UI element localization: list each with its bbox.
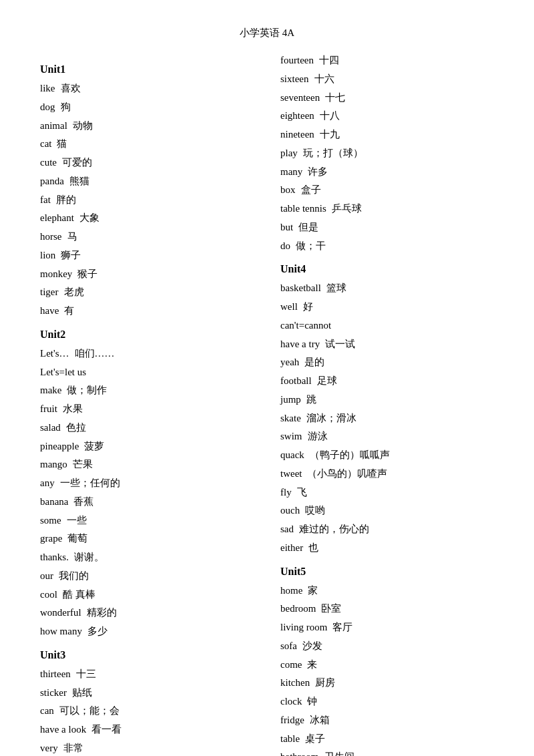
list-item: well好 [280, 298, 494, 317]
list-item: play玩；打（球） [280, 144, 494, 163]
list-item: either也 [280, 539, 494, 558]
list-item: like喜欢 [40, 79, 254, 98]
list-item: eighteen十八 [280, 107, 494, 126]
list-item: sofa沙发 [280, 637, 494, 656]
list-item: come来 [280, 656, 494, 675]
list-item: ouch哎哟 [280, 502, 494, 520]
list-item: horse马 [40, 228, 254, 246]
list-item: some一些 [40, 512, 254, 530]
list-item: can't=cannot [280, 317, 494, 335]
list-item: jump跳 [280, 391, 494, 409]
unit2-vocab: Let's…咱们…… Let's=let us make做；制作 fruit水果… [40, 345, 254, 641]
right-column: fourteen十四 sixteen十六 seventeen十七 eightee… [280, 51, 494, 756]
list-item: thirteen十三 [40, 665, 254, 684]
list-item: wonderful精彩的 [40, 604, 254, 622]
list-item: home家 [280, 582, 494, 600]
list-item: fat胖的 [40, 191, 254, 210]
list-item: tweet（小鸟的）叽喳声 [280, 465, 494, 484]
list-item: very非常 [40, 739, 254, 756]
list-item: table桌子 [280, 730, 494, 749]
list-item: pineapple菠萝 [40, 437, 254, 456]
list-item: have a try试一试 [280, 335, 494, 354]
list-item: elephant大象 [40, 209, 254, 228]
list-item: cool酷 真棒 [40, 586, 254, 604]
list-item: Let's…咱们…… [40, 345, 254, 363]
list-item: salad色拉 [40, 419, 254, 437]
list-item: Let's=let us [40, 363, 254, 382]
list-item: sixteen十六 [280, 70, 494, 89]
list-item: lion狮子 [40, 246, 254, 265]
unit2-title: Unit2 [40, 329, 254, 341]
list-item: box盒子 [280, 181, 494, 200]
list-item: clock钟 [280, 693, 494, 711]
list-item: seventeen十七 [280, 89, 494, 108]
unit5-title: Unit5 [280, 566, 494, 578]
list-item: tiger老虎 [40, 283, 254, 302]
list-item: make做；制作 [40, 381, 254, 400]
list-item: bathroom卫生间 [280, 748, 494, 756]
page-title: 小学英语 4A [40, 27, 494, 39]
list-item: can可以；能；会 [40, 702, 254, 721]
list-item: swim游泳 [280, 427, 494, 446]
list-item: panda熊猫 [40, 172, 254, 191]
unit3-cont-vocab: fourteen十四 sixteen十六 seventeen十七 eightee… [280, 51, 494, 255]
list-item: thanks.谢谢。 [40, 548, 254, 567]
unit5-vocab: home家 bedroom卧室 living room客厅 sofa沙发 com… [280, 582, 494, 757]
list-item: skate溜冰；滑冰 [280, 409, 494, 428]
list-item: cute可爱的 [40, 154, 254, 172]
list-item: yeah是的 [280, 353, 494, 372]
list-item: sticker贴纸 [40, 684, 254, 703]
unit3-vocab: thirteen十三 sticker贴纸 can可以；能；会 have a lo… [40, 665, 254, 756]
unit1-title: Unit1 [40, 63, 254, 75]
list-item: grape葡萄 [40, 530, 254, 548]
list-item: sad难过的，伤心的 [280, 520, 494, 539]
list-item: basketball篮球 [280, 279, 494, 298]
unit4-vocab: basketball篮球 well好 can't=cannot have a t… [280, 279, 494, 557]
list-item: any一些；任何的 [40, 474, 254, 493]
list-item: football足球 [280, 372, 494, 391]
unit3-title: Unit3 [40, 649, 254, 661]
list-item: kitchen厨房 [280, 674, 494, 693]
list-item: have a look看一看 [40, 721, 254, 739]
list-item: many许多 [280, 163, 494, 182]
list-item: fruit水果 [40, 400, 254, 419]
list-item: banana香蕉 [40, 493, 254, 512]
unit4-title: Unit4 [280, 263, 494, 275]
list-item: living room客厅 [280, 618, 494, 637]
list-item: animal动物 [40, 117, 254, 136]
unit1-vocab: like喜欢 dog狗 animal动物 cat猫 cute可爱的 panda熊… [40, 79, 254, 321]
left-column: Unit1 like喜欢 dog狗 animal动物 cat猫 cute可爱的 … [40, 51, 254, 756]
list-item: have有 [40, 302, 254, 321]
list-item: fourteen十四 [280, 51, 494, 70]
list-item: fly飞 [280, 484, 494, 502]
list-item: nineteen十九 [280, 126, 494, 144]
list-item: do做；干 [280, 237, 494, 256]
list-item: how many多少 [40, 622, 254, 641]
list-item: cat猫 [40, 135, 254, 154]
list-item: quack（鸭子的）呱呱声 [280, 446, 494, 465]
list-item: but但是 [280, 218, 494, 237]
list-item: monkey猴子 [40, 265, 254, 284]
list-item: dog狗 [40, 98, 254, 117]
list-item: mango芒果 [40, 455, 254, 474]
list-item: table tennis乒乓球 [280, 200, 494, 218]
list-item: bedroom卧室 [280, 600, 494, 618]
list-item: fridge冰箱 [280, 711, 494, 730]
list-item: our我们的 [40, 567, 254, 586]
